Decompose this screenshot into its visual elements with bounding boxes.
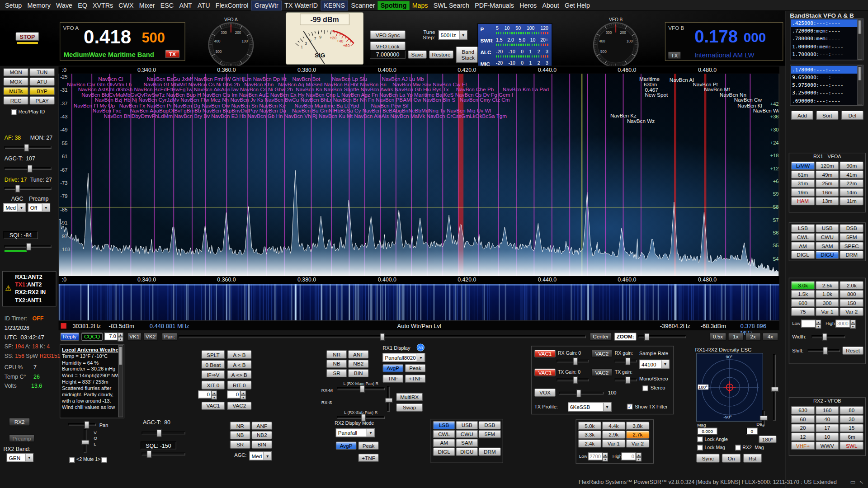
rx2-band-15[interactable]: 15 (840, 424, 863, 432)
rx1-mode-spec[interactable]: SPEC (840, 242, 863, 250)
if-to-vfo-button[interactable]: IF⇒V (201, 370, 225, 379)
button-atu[interactable]: ATU (29, 77, 55, 85)
rx1-mode-dsb[interactable]: DSB (840, 224, 863, 232)
rx1-filter-high-spinner[interactable]: 3000▲▼ (835, 320, 855, 328)
button-tun[interactable]: TUN (29, 68, 55, 76)
split-button[interactable]: SPLT (201, 350, 225, 359)
rx2-filter-high-spinner-arrows[interactable]: ▲▼ (636, 453, 642, 460)
rx2-band-20[interactable]: 20 (791, 424, 815, 432)
rit-button[interactable]: RIT 0 (227, 380, 251, 389)
rx2-mode-cwu[interactable]: CWU (456, 430, 478, 438)
spot-label[interactable]: NavBcn Wak (753, 108, 779, 113)
agct-slider-thumb[interactable] (27, 165, 32, 173)
cqcq-button[interactable]: CQCQ (81, 333, 103, 341)
footer-pointer-icon[interactable]: ↖ (859, 479, 863, 485)
vac1-rx-gain-slider[interactable] (557, 360, 589, 362)
lock-mag-checkbox[interactable] (697, 445, 703, 450)
rx1-mode-am[interactable]: AM (791, 242, 815, 250)
rx2-filter-var-2[interactable]: Var 2 (626, 439, 649, 447)
rx1-filter-800[interactable]: 800 (840, 290, 863, 298)
rx-sub-gain-slider[interactable] (387, 386, 390, 412)
rx2-pan-slider[interactable] (68, 423, 96, 426)
rx1-filter-low-spinner-arrows[interactable]: ▲▼ (816, 320, 821, 328)
button-mon[interactable]: MON (3, 68, 28, 76)
vfo-a-tuning-dial[interactable]: 500400300200100VFO A (205, 17, 257, 68)
rx2-mode-lsb[interactable]: LSB (433, 421, 455, 429)
rx2-mute-checkbox-left[interactable] (69, 457, 75, 462)
rx2-filter-high-spinner[interactable]: 0▲▼ (622, 453, 642, 460)
rx2-mode-drm[interactable]: DRM (479, 448, 501, 456)
vac2-rx-gain-slider[interactable] (615, 360, 637, 362)
b-to-a-button[interactable]: A < B (227, 360, 251, 369)
zoom-1x-button[interactable]: 1x (728, 333, 744, 341)
xit-button[interactable]: XIT 0 (201, 380, 225, 389)
rx1-avgp-button[interactable]: AvgP (382, 364, 403, 372)
rx1-mode-cwl[interactable]: CWL (791, 233, 815, 241)
bandstack-list-a[interactable]: .425000:---:----.720000:mem:----.780000:… (790, 18, 863, 60)
rx2-display-mode-select[interactable]: Panafall (336, 428, 375, 437)
vfo-b-frequency[interactable]: 0.178 (694, 27, 738, 47)
rx2-band-60[interactable]: 60 (791, 415, 815, 423)
rx1-dsp-bin[interactable]: BIN (348, 369, 369, 377)
display-pan-slider-thumb[interactable] (380, 333, 385, 341)
menu-item-setup[interactable]: Setup (2, 1, 24, 10)
filter-shift-slider[interactable] (808, 349, 840, 352)
menu-item-flexcontrol[interactable]: FlexControl (213, 1, 251, 10)
rx1-band-90m[interactable]: 90m (840, 162, 863, 170)
diversity-gain-slider[interactable] (773, 354, 776, 421)
rx2-avgp-button[interactable]: AvgP (336, 441, 357, 450)
rx1-band-31m[interactable]: 31m (791, 179, 815, 188)
rx2-agct-slider[interactable] (142, 432, 185, 434)
rx1-band-13m[interactable]: 13m (816, 197, 840, 205)
menu-item-maps[interactable]: Maps (410, 1, 431, 10)
vfo-a-frequency[interactable]: 0.418 (84, 26, 131, 48)
rx1-band-ham[interactable]: HAM (791, 197, 815, 205)
waterfall-display[interactable] (59, 284, 779, 320)
rx2-pan-slider-thumb[interactable] (84, 421, 89, 429)
rx2-filter-5-0k[interactable]: 5.0k (578, 422, 601, 430)
show-tx-filter-checkbox[interactable] (627, 404, 632, 409)
rx-sub-pan-slider-thumb[interactable] (361, 414, 366, 422)
rx2-filter-low-spinner-arrows[interactable]: ▲▼ (603, 453, 608, 460)
spot-label[interactable]: NavBcn Wz (627, 118, 655, 124)
rx1-band-61m[interactable]: 61m (791, 170, 815, 178)
rx-sub-pan-slider[interactable] (337, 416, 385, 419)
vox-slider[interactable] (559, 392, 604, 394)
pan-label-button[interactable]: Pan: (162, 333, 178, 341)
diversity-mag-value[interactable]: 0.000 (697, 428, 717, 435)
menu-item-graywtr[interactable]: GrayWtr (251, 0, 282, 10)
multirx-button[interactable]: MultiRX (396, 393, 423, 401)
button-rec[interactable]: REC (3, 96, 28, 104)
button-muts[interactable]: MUTs (3, 87, 28, 95)
squelch-slider-thumb[interactable] (26, 243, 31, 251)
vfo-b-tuning-dial[interactable]: 500400300200100VFO B (590, 17, 642, 68)
xit-spinner-arrows[interactable]: ▲▼ (212, 390, 217, 398)
diversity-deg-value[interactable]: 0 (746, 428, 758, 435)
rx-main-pan-slider[interactable] (337, 387, 385, 390)
rx1-band-19m[interactable]: 19m (791, 188, 815, 196)
menu-item-cwx[interactable]: CWX (116, 1, 136, 10)
swap-button[interactable]: Swap (396, 404, 423, 412)
rx2-preamp-button[interactable]: Preamp (9, 434, 35, 442)
agct-slider[interactable] (5, 167, 52, 170)
rx2-add-tnf-button[interactable]: +TNF (358, 454, 379, 462)
rx2-band-630[interactable]: 630 (791, 406, 815, 414)
rec-play-id-checkbox[interactable] (11, 109, 17, 115)
rx2-mode-sam[interactable]: SAM (456, 439, 478, 447)
vac1-tx-gain-slider-thumb[interactable] (573, 376, 578, 384)
rx2-dsp-nr[interactable]: NR (230, 422, 250, 430)
zoom-4x-button[interactable]: 4x (763, 333, 778, 341)
button-mox[interactable]: MOX (3, 77, 28, 85)
panadapter-display[interactable]: -25-31-37-43-49-55-61-67-73-79-85-91-97-… (59, 74, 779, 276)
rx1-filter-high-spinner-arrows[interactable]: ▲▼ (850, 320, 855, 328)
rx1-mode-digl[interactable]: DIGL (791, 251, 815, 259)
rx1-mode-lsb[interactable]: LSB (791, 224, 815, 232)
zoom-label-button[interactable]: ZOOM: (614, 333, 637, 341)
af-slider[interactable] (5, 146, 52, 149)
bandstack-b-scrollbar-thumb[interactable] (859, 67, 861, 80)
menu-item-esc[interactable]: ESC (158, 1, 177, 10)
rx1-filter-1-0k[interactable]: 1.0k (816, 290, 840, 298)
rx2-mode-cwl[interactable]: CWL (433, 430, 455, 438)
rx2-band-vhf+[interactable]: VHF+ (791, 441, 815, 450)
rx1-filter-2-5k[interactable]: 2.5k (816, 281, 840, 289)
